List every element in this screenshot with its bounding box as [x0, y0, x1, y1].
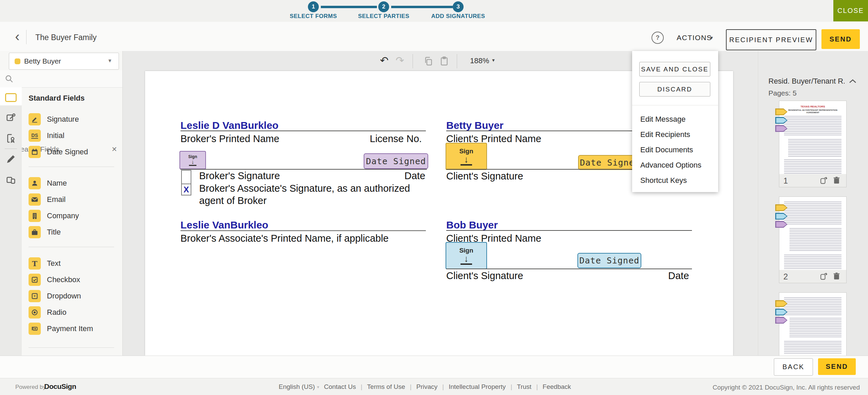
field-item-radio[interactable]: Radio [26, 305, 118, 320]
field-label: Company [47, 211, 79, 220]
date-signed-field-bob[interactable]: Date Signed [577, 253, 641, 268]
close-button[interactable]: CLOSE [833, 0, 868, 21]
footer-link-privacy[interactable]: Privacy [416, 383, 437, 391]
field-label: Title [47, 228, 61, 237]
paste-icon[interactable] [439, 56, 449, 66]
step-3-circle[interactable]: 3 [453, 1, 464, 12]
toolbar-divider [457, 54, 457, 68]
field-item-date-signed[interactable]: Date Signed [26, 144, 118, 159]
save-and-close-button[interactable]: SAVE AND CLOSE [639, 62, 710, 76]
rail-custom-fields-tab[interactable] [0, 109, 22, 126]
signature-line [446, 230, 692, 231]
field-flag-purple [775, 125, 787, 132]
standard-fields-heading: Standard Fields [29, 94, 85, 103]
date-label: Date [404, 170, 425, 182]
recipient-dropdown[interactable]: Betty Buyer ▾ [9, 53, 119, 70]
footer-link-contact-us[interactable]: Contact Us [324, 383, 356, 391]
language-selector[interactable]: English (US) [279, 383, 315, 391]
client2-name-value: Bob Buyer [446, 219, 498, 231]
checkbox-broker-signature[interactable] [181, 170, 191, 184]
undo-icon[interactable]: ↶ [380, 55, 388, 66]
send-button-top[interactable]: SEND [821, 29, 860, 49]
footer-link-intellectual-property[interactable]: Intellectual Property [449, 383, 506, 391]
sign-field-betty[interactable]: Sign ↓ [446, 143, 487, 170]
text-icon: T [29, 257, 41, 270]
collapse-chevron-icon[interactable] [849, 79, 856, 84]
step-1-label[interactable]: SELECT FORMS [276, 13, 351, 20]
initial-ds-icon: DS [29, 130, 41, 142]
footer-separator: | [361, 383, 362, 391]
help-icon[interactable]: ? [652, 32, 664, 44]
checkbox-associate-signature-checked[interactable]: X [181, 184, 191, 195]
copy-page-icon[interactable] [819, 272, 828, 281]
rail-divider [5, 149, 17, 149]
copy-page-icon[interactable] [819, 176, 828, 185]
step-2-label[interactable]: SELECT PARTIES [346, 13, 421, 20]
redo-icon[interactable]: ↷ [396, 55, 404, 66]
menu-item-edit-message[interactable]: Edit Message [640, 115, 712, 126]
step-1-number: 1 [312, 3, 315, 10]
recipient-preview-button[interactable]: RECIPIENT PREVIEW [726, 29, 816, 50]
menu-item-edit-documents[interactable]: Edit Documents [640, 145, 712, 156]
fields-divider [29, 347, 114, 348]
sign-underline [461, 164, 472, 166]
field-item-email[interactable]: Email [26, 192, 118, 207]
field-item-checkbox[interactable]: Checkbox [26, 272, 118, 287]
payment-icon [29, 323, 41, 335]
send-button-bottom[interactable]: SEND [818, 358, 856, 375]
field-item-payment[interactable]: Payment Item [26, 321, 118, 336]
date-signed-field-broker[interactable]: Date Signed [364, 153, 428, 169]
sign-field-broker[interactable]: Sign ↓ [179, 151, 206, 169]
thumb-text-lines [784, 116, 841, 136]
delete-page-icon[interactable] [832, 176, 841, 185]
step-3-number: 3 [456, 3, 459, 10]
back-chevron-icon[interactable]: ‹ [12, 29, 23, 44]
chevron-down-icon: ▾ [710, 35, 713, 41]
step-3-label[interactable]: ADD SIGNATURES [421, 13, 496, 20]
sign-field-bob[interactable]: Sign ↓ [446, 242, 487, 269]
delete-page-icon[interactable] [832, 272, 841, 280]
discard-button[interactable]: DISCARD [639, 82, 710, 97]
page-thumbnail-2[interactable]: 2 [779, 196, 847, 283]
step-1-circle[interactable]: 1 [308, 1, 319, 12]
field-item-title[interactable]: Title [26, 225, 118, 240]
back-button[interactable]: BACK [774, 358, 813, 376]
footer: Powered by DocuSign English (US) ▾ Conta… [0, 378, 868, 395]
field-item-dropdown[interactable]: Dropdown [26, 289, 118, 304]
thumb-text-lines [788, 139, 841, 157]
checkbox-x-mark: X [184, 185, 189, 194]
field-label: Payment Item [47, 324, 93, 333]
footer-link-feedback[interactable]: Feedback [543, 383, 571, 391]
field-label: Initial [47, 131, 64, 140]
field-item-name[interactable]: Name [26, 176, 118, 191]
menu-item-advanced-options[interactable]: Advanced Options [640, 161, 712, 172]
header-divider [26, 30, 27, 44]
sign-arrow-icon: ↓ [464, 155, 469, 164]
sign-arrow-icon: ↓ [191, 159, 194, 165]
step-2-circle[interactable]: 2 [378, 1, 389, 12]
rail-standard-fields-tab[interactable] [0, 89, 22, 106]
menu-item-shortcut-keys[interactable]: Shortcut Keys [640, 176, 712, 187]
footer-separator: | [510, 383, 512, 391]
copy-icon[interactable] [423, 56, 434, 66]
field-item-signature[interactable]: Signature [26, 112, 118, 127]
checkbox-icon [29, 274, 41, 286]
rail-stamps-tab[interactable] [0, 130, 22, 147]
rail-responsive-preview-tab[interactable] [0, 171, 22, 188]
broker-printed-label: Broker's Printed Name [180, 133, 279, 144]
field-item-company[interactable]: Company [26, 208, 118, 223]
footer-link-trust[interactable]: Trust [517, 383, 532, 391]
footer-link-terms[interactable]: Terms of Use [367, 383, 405, 391]
workflow-stepper-bar: 1 2 3 SELECT FORMS SELECT PARTIES ADD SI… [0, 0, 868, 22]
rail-draw-tab[interactable] [0, 151, 22, 168]
actions-menu-button[interactable]: ACTIONS [677, 34, 712, 42]
associate-signature-label-2: agent of Broker [199, 195, 266, 206]
zoom-caret-icon[interactable]: ▾ [492, 57, 495, 63]
menu-item-edit-recipients[interactable]: Edit Recipients [640, 130, 712, 141]
field-item-text[interactable]: T Text [26, 256, 118, 271]
broker-name-value: Leslie D VanBurkleo [180, 120, 278, 131]
page-thumbnail-3[interactable] [779, 292, 847, 356]
zoom-level[interactable]: 188% [470, 56, 489, 65]
page-thumbnail-1[interactable]: TEXAS REALTORS RESIDENTIAL BUYER/TENANT … [779, 101, 847, 187]
field-item-initial[interactable]: DS Initial [26, 128, 118, 143]
